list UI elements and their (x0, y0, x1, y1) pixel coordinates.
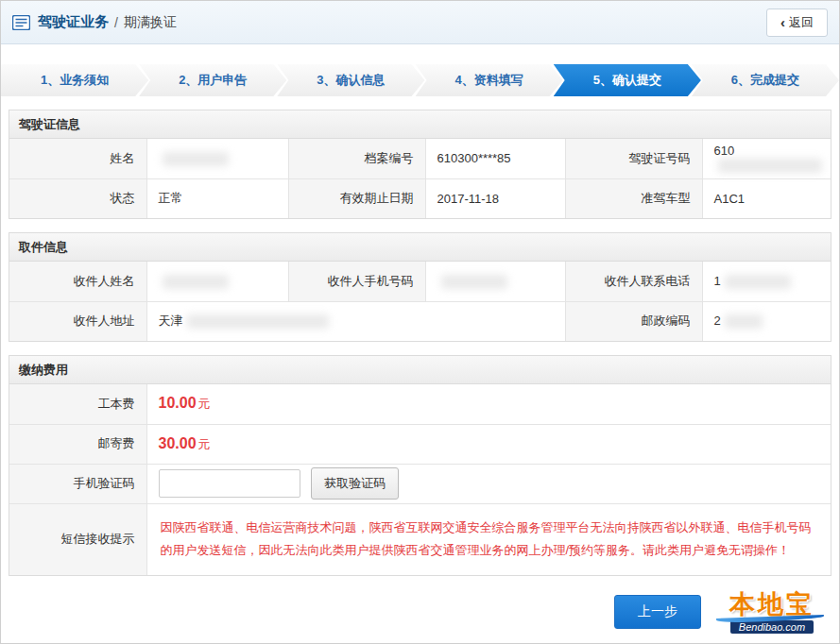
step-6-complete-submit[interactable]: 6、完成提交 (692, 64, 839, 96)
valid-until-label: 有效期止日期 (288, 178, 425, 218)
redacted-value (725, 275, 791, 289)
step-3-confirm-info[interactable]: 3、确认信息 (277, 64, 424, 96)
recipient-address-value: 天津 (146, 301, 565, 341)
fees-section: 缴纳费用 工本费 10.00元 邮寄费 30.00元 手机验证码 获取验证码 (9, 355, 831, 576)
table-row: 短信接收提示 因陕西省联通、电信运营商技术问题，陕西省互联网交通安全综合服务管理… (9, 503, 831, 575)
redacted-value (725, 314, 763, 329)
page-subtitle: 期满换证 (124, 14, 177, 31)
sms-code-label: 手机验证码 (9, 464, 146, 503)
document-icon (12, 15, 30, 30)
recipient-name-value (146, 262, 288, 301)
license-no-value: 610 (702, 139, 831, 178)
top-header: 驾驶证业务 / 期满换证 ‹ 返回 (1, 1, 839, 44)
chevron-left-icon: ‹ (780, 15, 785, 29)
table-row: 收件人地址 天津 邮政编码 2 (9, 301, 831, 341)
redacted-value (187, 314, 329, 329)
name-value (146, 139, 288, 178)
sms-notice-text: 因陕西省联通、电信运营商技术问题，陕西省互联网交通安全综合服务管理平台无法向持陕… (161, 517, 818, 563)
step-2-user-declaration[interactable]: 2、用户申告 (139, 64, 286, 96)
status-value: 正常 (146, 178, 288, 218)
table-row: 姓名 档案编号 610300****85 驾驶证号码 610 (9, 139, 831, 178)
table-row: 状态 正常 有效期止日期 2017-11-18 准驾车型 A1C1 (9, 178, 831, 218)
recipient-name-label: 收件人姓名 (9, 262, 146, 301)
table-row: 邮寄费 30.00元 (9, 424, 831, 464)
redacted-value (163, 275, 229, 289)
vehicle-class-value: A1C1 (702, 178, 831, 218)
valid-until-value: 2017-11-18 (425, 178, 565, 218)
postal-code-value: 2 (702, 301, 831, 341)
name-label: 姓名 (9, 139, 146, 178)
license-no-label: 驾驶证号码 (565, 139, 702, 178)
fees-title: 缴纳费用 (9, 356, 831, 384)
file-no-label: 档案编号 (288, 139, 425, 178)
pickup-info-section: 取件信息 收件人姓名 收件人手机号码 收件人联系电话 1 收件人地址 天津 邮政… (9, 232, 831, 342)
mailing-fee-value: 30.00元 (146, 424, 831, 464)
step-5-confirm-submit[interactable]: 5、确认提交 (554, 64, 701, 96)
recipient-mobile-label: 收件人手机号码 (288, 262, 425, 301)
pickup-info-title: 取件信息 (9, 233, 831, 262)
back-button-label: 返回 (789, 14, 814, 31)
table-row: 收件人姓名 收件人手机号码 收件人联系电话 1 (9, 262, 831, 301)
postal-code-label: 邮政编码 (565, 301, 702, 341)
step-4-fill-data[interactable]: 4、资料填写 (416, 64, 563, 96)
vehicle-class-label: 准驾车型 (565, 178, 702, 218)
sms-notice-cell: 因陕西省联通、电信运营商技术问题，陕西省互联网交通安全综合服务管理平台无法向持陕… (146, 503, 831, 575)
license-info-table: 姓名 档案编号 610300****85 驾驶证号码 610 状态 正常 有效期… (9, 139, 831, 218)
sms-code-input[interactable] (159, 469, 300, 498)
step-1-business-notice[interactable]: 1、业务须知 (1, 64, 148, 96)
sms-code-cell: 获取验证码 (146, 464, 831, 503)
production-fee-label: 工本费 (9, 384, 146, 424)
license-info-title: 驾驶证信息 (9, 110, 831, 139)
back-button[interactable]: ‹ 返回 (766, 8, 828, 37)
recipient-phone-value: 1 (702, 262, 831, 301)
step-wizard: 1、业务须知 2、用户申告 3、确认信息 4、资料填写 5、确认提交 6、完成提… (1, 64, 839, 96)
status-label: 状态 (9, 178, 146, 218)
redacted-value (163, 152, 229, 166)
redacted-value (441, 275, 507, 289)
page-title: 驾驶证业务 (38, 13, 109, 31)
file-no-value: 610300****85 (425, 139, 565, 178)
footer: 上一步 本地宝 Bendibao.com (1, 576, 839, 641)
recipient-address-label: 收件人地址 (9, 301, 146, 341)
recipient-mobile-value (425, 262, 565, 301)
fees-table: 工本费 10.00元 邮寄费 30.00元 手机验证码 获取验证码 短信接收提 (9, 384, 831, 575)
redacted-value (718, 159, 822, 173)
title-separator: / (114, 15, 118, 30)
bendibao-logo: 本地宝 Bendibao.com (714, 591, 830, 634)
table-row: 工本费 10.00元 (9, 384, 831, 424)
previous-step-button[interactable]: 上一步 (614, 595, 701, 629)
pickup-info-table: 收件人姓名 收件人手机号码 收件人联系电话 1 收件人地址 天津 邮政编码 2 (9, 262, 831, 341)
page: 驾驶证业务 / 期满换证 ‹ 返回 1、业务须知 2、用户申告 3、确认信息 4… (0, 0, 840, 644)
sms-notice-label: 短信接收提示 (9, 503, 146, 575)
production-fee-value: 10.00元 (146, 384, 831, 424)
mailing-fee-label: 邮寄费 (9, 424, 146, 464)
table-row: 手机验证码 获取验证码 (9, 464, 831, 503)
license-info-section: 驾驶证信息 姓名 档案编号 610300****85 驾驶证号码 610 状态 … (9, 110, 831, 219)
recipient-phone-label: 收件人联系电话 (565, 262, 702, 301)
get-code-button[interactable]: 获取验证码 (311, 467, 399, 500)
